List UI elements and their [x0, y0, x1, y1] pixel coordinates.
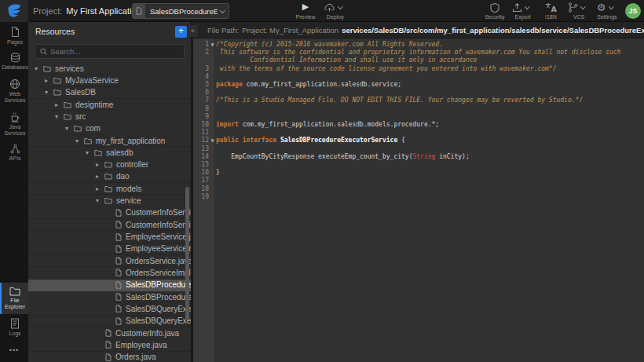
- export-button[interactable]: Export: [512, 2, 534, 20]
- resources-title: Resources: [35, 27, 175, 36]
- tree-item[interactable]: ▾salesdb: [28, 147, 191, 159]
- line-number: 1: [193, 41, 209, 49]
- tree-item[interactable]: SalesDBProcedureExecutorService.java: [28, 280, 191, 291]
- code-line[interactable]: 2 This software is the confidential and …: [193, 49, 644, 64]
- rail-more-button[interactable]: •••: [0, 340, 28, 362]
- rail-item-databases[interactable]: Databases: [0, 49, 28, 74]
- tree-scrollbar[interactable]: [185, 187, 189, 320]
- deploy-button[interactable]: Deploy: [324, 2, 347, 20]
- line-number: 18: [193, 185, 209, 193]
- fold-gutter-space: [209, 113, 216, 121]
- tree-item[interactable]: CustomerInfo.java: [28, 327, 191, 339]
- folder-icon: [84, 137, 92, 144]
- file-path-label: File Path:: [207, 26, 239, 35]
- tree-item[interactable]: ▸designtime: [28, 99, 191, 111]
- code-fold-arrow-icon[interactable]: ▼: [209, 41, 216, 49]
- line-number: 12: [193, 137, 209, 144]
- line-number: 7: [193, 97, 209, 104]
- rail-item-web-services[interactable]: Web Services: [0, 75, 28, 108]
- rail-item-pages[interactable]: Pages: [0, 22, 28, 49]
- code-line[interactable]: 19: [193, 193, 644, 201]
- tree-item[interactable]: Employee.java: [28, 339, 191, 351]
- code-area[interactable]: 1▼/*Copyright (c) 2015-2016 wavemaker.co…: [193, 38, 644, 362]
- tree-item-label: CustomerInfoServiceImpl.java: [126, 221, 191, 229]
- collapse-arrow-icon[interactable]: ▾: [55, 113, 64, 120]
- code-line[interactable]: 7/*This is a Studio Managed File. DO NOT…: [193, 97, 644, 104]
- code-line[interactable]: 8: [193, 105, 644, 113]
- code-line[interactable]: 1▼/*Copyright (c) 2015-2016 wavemaker.co…: [193, 41, 644, 49]
- add-resource-button[interactable]: +: [175, 26, 187, 38]
- expand-arrow-icon[interactable]: ▸: [96, 185, 104, 192]
- code-line[interactable]: 16}: [193, 169, 644, 177]
- tree-item[interactable]: ▸dao: [28, 171, 191, 183]
- collapse-arrow-icon[interactable]: ▾: [75, 137, 84, 144]
- export-label: Export: [514, 14, 530, 20]
- open-file-tab[interactable]: SalesDBProcedureE...: [132, 3, 229, 19]
- tree-item[interactable]: SalesDBProcedureExecutorServiceImpl.java: [28, 291, 191, 303]
- rail-item-file-explorer[interactable]: File Explorer: [0, 283, 28, 314]
- tree-item[interactable]: ▾service: [28, 195, 191, 207]
- tree-item[interactable]: ▾src: [28, 111, 191, 122]
- tree-item[interactable]: CustomerInfoServiceImpl.java: [28, 219, 191, 231]
- tree-item[interactable]: CustomerInfoService.java: [28, 207, 191, 219]
- rail-item-label: Databases: [2, 64, 27, 71]
- tree-item[interactable]: SalesDBQueryExecutorServiceImpl.java: [28, 316, 191, 327]
- i18n-button[interactable]: A I18N: [540, 2, 561, 20]
- preview-button[interactable]: ▶ Preview: [295, 2, 316, 20]
- tree-item[interactable]: ▾SalesDB: [28, 87, 191, 99]
- collapse-arrow-icon[interactable]: ▾: [65, 125, 74, 132]
- expand-arrow-icon[interactable]: ▸: [55, 101, 64, 108]
- code-line[interactable]: 4: [193, 73, 644, 81]
- tree-item[interactable]: ▾services: [28, 63, 191, 75]
- rail-item-logs[interactable]: Logs: [0, 314, 28, 340]
- collapse-arrow-icon[interactable]: ▾: [45, 89, 53, 96]
- collapse-arrow-icon[interactable]: ▾: [86, 149, 94, 156]
- tree-item[interactable]: ▸models: [28, 183, 191, 195]
- wavemaker-logo[interactable]: [0, 0, 28, 22]
- tree-item[interactable]: OrdersService.java: [28, 255, 191, 267]
- resources-searchbox[interactable]: [35, 44, 185, 59]
- code-line[interactable]: 9: [193, 113, 644, 121]
- code-fold-arrow-icon[interactable]: ▼: [209, 137, 216, 144]
- code-line[interactable]: 11: [193, 129, 644, 137]
- code-line[interactable]: 13: [193, 145, 644, 153]
- tree-item[interactable]: EmployeeService.java: [28, 231, 191, 243]
- code-line[interactable]: 5package com.my_first_application.salesd…: [193, 81, 644, 89]
- code-line[interactable]: 6: [193, 89, 644, 97]
- code-line[interactable]: 15: [193, 161, 644, 169]
- vcs-button[interactable]: VCS: [568, 2, 590, 20]
- code-line[interactable]: 3 with the terms of the source code lice…: [193, 65, 644, 73]
- coffee-cup-icon: [10, 112, 20, 122]
- fold-gutter-space: [209, 49, 216, 64]
- code-line[interactable]: 12▼public interface SalesDBProcedureExec…: [193, 137, 644, 144]
- tree-item[interactable]: ▸MyJavaService: [28, 75, 191, 86]
- tree-item[interactable]: ▾my_first_application: [28, 135, 191, 147]
- file-icon: [133, 4, 145, 18]
- vcs-chevron-icon: [580, 4, 585, 9]
- security-button[interactable]: Security: [485, 2, 505, 20]
- expand-arrow-icon[interactable]: ▸: [96, 161, 104, 168]
- code-line[interactable]: 17: [193, 177, 644, 185]
- settings-button[interactable]: ⚙ Settings: [597, 2, 617, 20]
- collapse-arrow-icon[interactable]: ▾: [96, 197, 104, 204]
- globe-icon: [9, 79, 20, 90]
- user-avatar[interactable]: JS: [625, 3, 641, 19]
- search-input[interactable]: [50, 47, 179, 56]
- expand-arrow-icon[interactable]: ▸: [45, 77, 53, 84]
- tree-item[interactable]: OrdersServiceImpl.java: [28, 267, 191, 279]
- code-line[interactable]: 14 EmpCountByCityResponse executeEmp_cou…: [193, 153, 644, 161]
- tree-item[interactable]: ▸controller: [28, 159, 191, 171]
- code-line[interactable]: 10import com.my_first_application.salesd…: [193, 121, 644, 129]
- rail-item-label: APIs: [9, 155, 21, 162]
- tree-item[interactable]: ▾com: [28, 123, 191, 135]
- collapse-arrow-icon[interactable]: ▾: [35, 65, 43, 72]
- tree-item[interactable]: SalesDBQueryExecutorService.java: [28, 303, 191, 315]
- rail-item-java-services[interactable]: Java Services: [0, 108, 28, 141]
- panel-collapse-button[interactable]: «: [188, 25, 198, 37]
- rail-item-apis[interactable]: APIs: [0, 140, 28, 165]
- code-line[interactable]: 18: [193, 185, 644, 193]
- tree-item[interactable]: Orders.java: [28, 352, 191, 362]
- expand-arrow-icon[interactable]: ▸: [96, 173, 104, 180]
- tree-item[interactable]: EmployeeServiceImpl.java: [28, 243, 191, 255]
- vcs-label: VCS: [573, 14, 584, 20]
